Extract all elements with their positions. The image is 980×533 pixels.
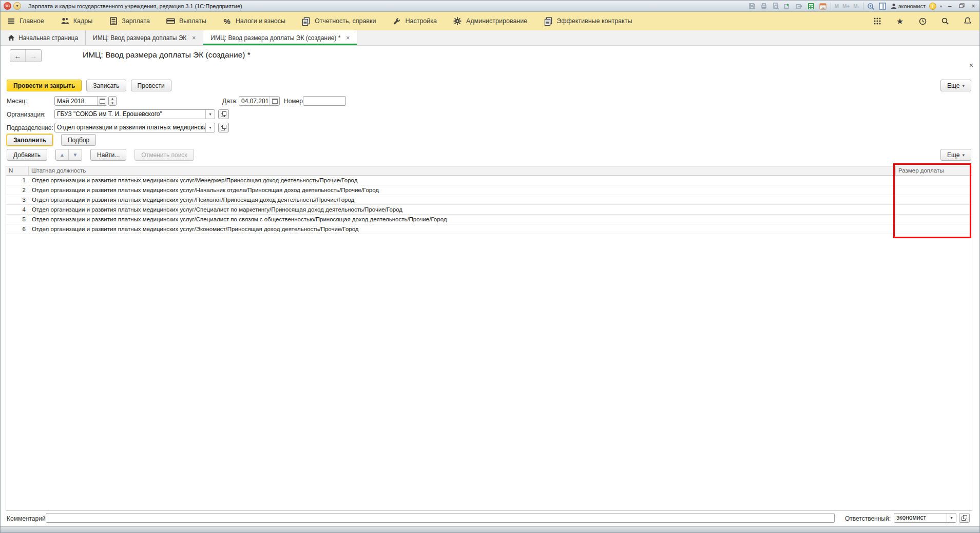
- cell-row-number: 3: [6, 195, 29, 204]
- menu-item-label: Налоги и взносы: [236, 17, 285, 25]
- notifications-bell-icon[interactable]: [963, 16, 972, 26]
- chevron-down-icon: ▾: [205, 123, 215, 132]
- memory-mminus-button[interactable]: M-: [853, 4, 859, 9]
- tab-1[interactable]: Начальная страница: [1, 30, 86, 45]
- print-icon[interactable]: [760, 2, 768, 10]
- cell-amount[interactable]: [896, 224, 972, 234]
- column-header-n[interactable]: N: [6, 166, 29, 175]
- menu-item-3[interactable]: Зарплата: [109, 17, 150, 26]
- month-calendar-icon[interactable]: [97, 97, 107, 105]
- menu-item-label: Кадры: [73, 17, 92, 25]
- more-form-button[interactable]: Еще▾: [940, 80, 971, 91]
- restore-button[interactable]: [957, 3, 966, 10]
- info-icon[interactable]: i: [929, 3, 936, 10]
- number-input[interactable]: [303, 97, 345, 105]
- post-and-close-button[interactable]: Провести и закрыть: [7, 80, 82, 91]
- menu-item-4[interactable]: Выплаты: [166, 17, 206, 26]
- move-down-icon[interactable]: ▼: [69, 149, 82, 160]
- find-button[interactable]: Найти...: [90, 149, 126, 161]
- page-title: ИМЦ: Ввод размера доплаты ЭК (создание) …: [83, 50, 251, 60]
- post-button[interactable]: Провести: [131, 80, 171, 91]
- cell-position: Отдел организации и развития платных мед…: [29, 176, 896, 185]
- menu-item-6[interactable]: Отчетность, справки: [302, 17, 376, 26]
- organization-open-icon[interactable]: [218, 109, 229, 119]
- column-header-position[interactable]: Штатная должность: [29, 166, 896, 175]
- comment-input[interactable]: [46, 513, 834, 522]
- move-up-icon[interactable]: ▲: [56, 149, 69, 160]
- save-icon[interactable]: [748, 2, 756, 10]
- favorites-star-icon[interactable]: ★: [895, 16, 905, 26]
- card-icon: [166, 17, 175, 26]
- minimize-button[interactable]: –: [946, 3, 954, 10]
- date-input[interactable]: [239, 97, 270, 105]
- month-input[interactable]: [55, 97, 97, 105]
- service-menu-icon[interactable]: [873, 16, 882, 26]
- tab-2[interactable]: ИМЦ: Ввод размера доплаты ЭК×: [86, 30, 203, 45]
- close-window-button[interactable]: ×: [969, 3, 977, 10]
- department-label: Подразделение:: [7, 124, 53, 131]
- history-icon[interactable]: [918, 16, 927, 26]
- main-menu-caret-button[interactable]: ▾: [13, 2, 21, 10]
- cell-amount[interactable]: [896, 195, 972, 204]
- pick-button[interactable]: Подбор: [61, 134, 96, 146]
- cell-amount[interactable]: [896, 205, 972, 214]
- info-caret-icon[interactable]: ▾: [940, 4, 942, 9]
- date-field-group: [239, 96, 280, 106]
- menu-item-2[interactable]: Кадры: [61, 17, 92, 26]
- table-row[interactable]: 3Отдел организации и развития платных ме…: [6, 195, 972, 205]
- table-row[interactable]: 4Отдел организации и развития платных ме…: [6, 205, 972, 215]
- close-form-icon[interactable]: ×: [969, 61, 973, 69]
- menu-item-5[interactable]: %Налоги и взносы: [223, 17, 285, 26]
- cell-amount[interactable]: [896, 176, 972, 185]
- table-row[interactable]: 1Отдел организации и развития платных ме…: [6, 176, 972, 185]
- nav-forward-button[interactable]: →: [26, 50, 41, 62]
- zoom-icon[interactable]: [867, 2, 875, 10]
- gear-icon: [453, 17, 462, 26]
- menu-item-7[interactable]: Настройка: [392, 17, 437, 26]
- organization-combo[interactable]: ГБУЗ "СОКОБ им Т. И. Ерошевского" ▾: [54, 109, 215, 119]
- print-preview-icon[interactable]: [772, 2, 780, 10]
- menu-item-1[interactable]: Главное: [7, 17, 44, 26]
- more-table-button[interactable]: Еще▾: [940, 149, 971, 161]
- cell-position: Отдел организации и развития платных мед…: [29, 195, 896, 204]
- responsible-open-icon[interactable]: [959, 513, 970, 523]
- comment-label: Комментарий:: [7, 515, 47, 522]
- cell-position: Отдел организации и развития платных мед…: [29, 215, 896, 224]
- cell-amount[interactable]: [896, 185, 972, 195]
- department-open-icon[interactable]: [218, 123, 229, 132]
- titlebar: 1С ▾ Зарплата и кадры государственного у…: [1, 1, 979, 12]
- split-view-icon[interactable]: [879, 2, 887, 10]
- memory-mplus-button[interactable]: M+: [842, 4, 850, 9]
- comment-field-group: [46, 513, 835, 523]
- table-row[interactable]: 2Отдел организации и развития платных ме…: [6, 185, 972, 195]
- sync-data-icon[interactable]: [783, 2, 792, 10]
- cell-amount[interactable]: [896, 215, 972, 224]
- responsible-combo[interactable]: экономист ▾: [894, 513, 956, 523]
- calendar-icon[interactable]: 31: [819, 2, 827, 10]
- menu-item-8[interactable]: Администрирование: [453, 17, 527, 26]
- menu-item-9[interactable]: Эффективные контракты: [544, 17, 632, 26]
- tab-close-icon[interactable]: ×: [192, 34, 196, 42]
- month-stepper[interactable]: ▲▼: [108, 96, 117, 106]
- current-user[interactable]: экономист: [891, 3, 926, 9]
- department-combo[interactable]: Отдел организации и развития платных мед…: [54, 123, 215, 132]
- menu-item-label: Зарплата: [122, 17, 150, 25]
- add-row-button[interactable]: Добавить: [7, 149, 47, 161]
- chevron-down-icon: ▾: [962, 153, 965, 158]
- memory-m-button[interactable]: M: [835, 4, 839, 9]
- menu-item-label: Настройка: [405, 17, 437, 25]
- calculator-icon[interactable]: [807, 2, 815, 10]
- fill-button[interactable]: Заполнить: [7, 134, 53, 146]
- tab-3[interactable]: ИМЦ: Ввод размера доплаты ЭК (создание) …: [203, 30, 357, 45]
- table-row[interactable]: 5Отдел организации и развития платных ме…: [6, 215, 972, 224]
- write-button[interactable]: Записать: [86, 80, 126, 91]
- column-header-amount[interactable]: Размер доплаты: [896, 166, 972, 175]
- calculator-icon: [109, 17, 118, 26]
- tab-close-icon[interactable]: ×: [346, 34, 350, 42]
- attach-file-icon[interactable]: [795, 2, 803, 10]
- search-icon[interactable]: [940, 16, 950, 26]
- table-row[interactable]: 6Отдел организации и развития платных ме…: [6, 224, 972, 234]
- number-field-group: [303, 96, 346, 106]
- nav-back-button[interactable]: ←: [10, 50, 26, 62]
- date-calendar-icon[interactable]: [270, 97, 279, 105]
